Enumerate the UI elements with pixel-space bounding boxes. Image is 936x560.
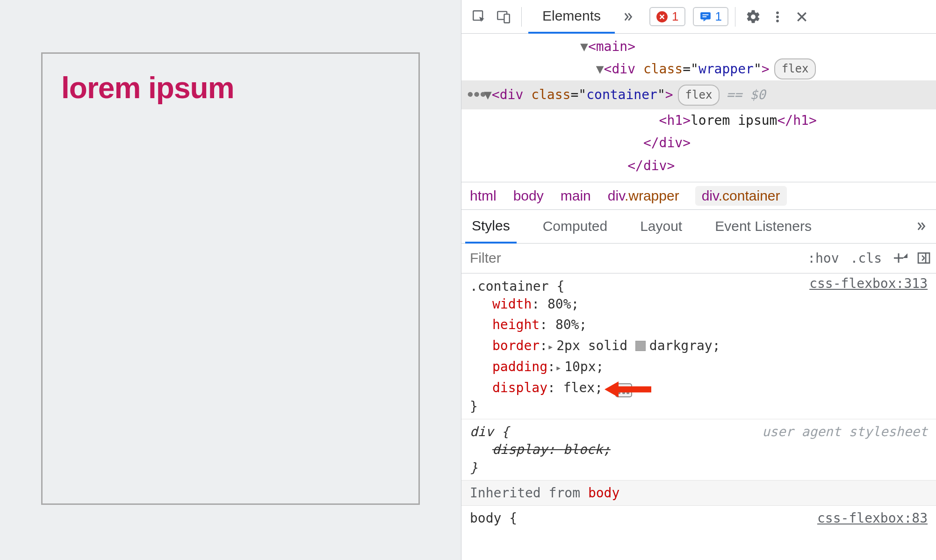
style-rule-body[interactable]: css-flexbox:83 body { — [461, 506, 936, 531]
rule-source-ua: user agent stylesheet — [762, 424, 928, 439]
rule-source-link[interactable]: css-flexbox:83 — [817, 510, 928, 526]
toggle-hov-button[interactable]: :hov — [802, 251, 844, 266]
flex-badge[interactable]: flex — [774, 58, 816, 79]
styles-filter-input[interactable] — [461, 244, 802, 273]
message-badge[interactable]: 1 — [693, 7, 728, 26]
dom-node-h1[interactable]: <h1>lorem ipsum</h1> — [461, 109, 936, 132]
css-declaration[interactable]: padding:▸10px; — [470, 357, 928, 378]
dom-tree[interactable]: ▼<main> ▼<div class="wrapper">flex ••• ▼… — [461, 34, 936, 182]
css-declaration-overridden[interactable]: display: block; — [470, 439, 928, 460]
devtools-toolbar: Elements 1 1 — [461, 0, 936, 34]
subtab-event-listeners[interactable]: Event Listeners — [708, 209, 818, 243]
gutter-ellipsis-icon[interactable]: ••• — [461, 80, 484, 109]
new-style-rule-icon[interactable] — [887, 246, 912, 270]
crumb-container-active[interactable]: div.container — [695, 186, 787, 206]
color-swatch-icon[interactable] — [635, 341, 646, 351]
error-count: 1 — [672, 9, 678, 24]
svg-point-7 — [776, 11, 779, 14]
styles-filter-bar: :hov .cls — [461, 244, 936, 273]
style-rule-container[interactable]: css-flexbox:313 .container { width: 80%;… — [461, 273, 936, 419]
flex-badge[interactable]: flex — [678, 85, 720, 106]
toggle-cls-button[interactable]: .cls — [845, 251, 887, 266]
device-toggle-icon[interactable] — [492, 6, 515, 28]
subtab-styles[interactable]: Styles — [465, 210, 517, 244]
dom-node-wrapper[interactable]: ▼<div class="wrapper">flex — [461, 58, 936, 80]
svg-rect-4 — [700, 12, 711, 19]
rule-source-link[interactable]: css-flexbox:313 — [809, 276, 928, 291]
kebab-menu-icon[interactable] — [766, 6, 789, 28]
css-declaration[interactable]: width: 80%; — [470, 294, 928, 315]
svg-rect-6 — [702, 16, 706, 17]
rule-close-brace: } — [470, 399, 928, 414]
page-preview: lorem ipsum — [0, 0, 461, 560]
svg-point-9 — [776, 19, 779, 22]
flexbox-editor-icon[interactable] — [615, 383, 632, 397]
page-heading: lorem ipsum — [61, 71, 400, 105]
more-subtabs-icon[interactable] — [910, 215, 932, 237]
css-declaration[interactable]: border:▸2px solid darkgray; — [470, 336, 928, 357]
css-declaration-display-flex[interactable]: display: flex; — [470, 378, 928, 399]
error-badge[interactable]: 1 — [649, 7, 685, 26]
dom-node-container-selected[interactable]: ••• ▼<div class="container">flex== $0 — [461, 80, 936, 109]
dom-node-close-div[interactable]: </div> — [461, 155, 936, 177]
dom-breadcrumb: html body main div.wrapper div.container — [461, 182, 936, 210]
more-tabs-icon[interactable] — [617, 6, 639, 28]
crumb-body[interactable]: body — [513, 188, 544, 204]
container-box: lorem ipsum — [41, 52, 420, 505]
rule-close-brace: } — [470, 460, 928, 475]
dom-node-close-div[interactable]: </div> — [461, 132, 936, 154]
devtools-panel: Elements 1 1 — [461, 0, 936, 560]
style-rule-div-ua[interactable]: user agent stylesheet div { display: blo… — [461, 419, 936, 481]
svg-rect-2 — [504, 14, 509, 22]
settings-gear-icon[interactable] — [742, 6, 764, 28]
close-devtools-icon[interactable] — [791, 6, 813, 28]
console-var-label: == $0 — [726, 84, 765, 106]
inspect-element-icon[interactable] — [468, 6, 490, 28]
message-count: 1 — [715, 9, 722, 24]
styles-subtabs: Styles Computed Layout Event Listeners — [461, 210, 936, 244]
svg-point-8 — [776, 15, 779, 18]
crumb-html[interactable]: html — [470, 188, 497, 204]
css-declaration[interactable]: height: 80%; — [470, 315, 928, 336]
tab-elements[interactable]: Elements — [528, 0, 615, 34]
subtab-layout[interactable]: Layout — [634, 209, 689, 243]
svg-rect-5 — [702, 14, 708, 15]
crumb-wrapper[interactable]: div.wrapper — [608, 188, 679, 204]
computed-styles-sidebar-icon[interactable] — [912, 246, 936, 270]
dom-node-main[interactable]: ▼<main> — [461, 36, 936, 58]
subtab-computed[interactable]: Computed — [536, 209, 614, 243]
styles-pane: css-flexbox:313 .container { width: 80%;… — [461, 273, 936, 560]
inherited-from-divider: Inherited from body — [461, 481, 936, 506]
crumb-main[interactable]: main — [561, 188, 591, 204]
